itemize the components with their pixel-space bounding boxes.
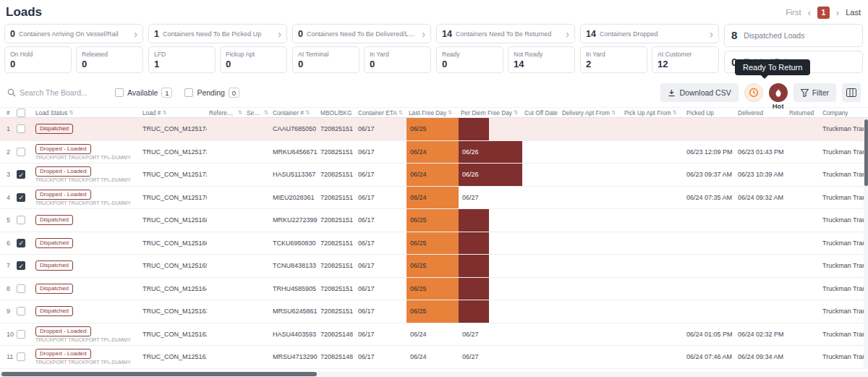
sort-icon[interactable]: ⇅ [611, 110, 616, 116]
column-header-lfd[interactable]: Last Free Day⇅ [407, 108, 459, 117]
subcard[interactable]: At Customer 12 [652, 46, 719, 73]
subcard[interactable]: In Yard 2 [580, 46, 647, 73]
row-checkbox[interactable] [17, 170, 25, 179]
per-diem-cell [459, 255, 522, 277]
dispatched-loads-card[interactable]: 8 Dispatched Loads [724, 24, 863, 47]
table-row-4[interactable]: 4Dropped - LoadedTRUCKPORT TRUCKPORT TPL… [0, 187, 868, 210]
summary-card-header[interactable]: 0 Containers Need To Be Delivered/Loaded [292, 24, 431, 43]
row-checkbox[interactable] [17, 261, 25, 270]
select-all-checkbox[interactable] [17, 109, 25, 117]
summary-card-header[interactable]: 14 Containers Dropped [580, 24, 719, 43]
table-row-3[interactable]: 3Dropped - LoadedTRUCKPORT TRUCKPORT TPL… [0, 164, 868, 187]
column-header-load[interactable]: Load #⇅ [140, 108, 207, 117]
download-csv-button[interactable]: Download CSV [660, 83, 738, 102]
pagination-last-link[interactable]: Last [846, 8, 861, 17]
column-header-seal[interactable]: Seal #⇅ [244, 108, 271, 117]
table-row-11[interactable]: 11Dropped - LoadedTRUCKPORT TRUCKPORT TP… [0, 346, 868, 369]
row-checkbox[interactable] [17, 330, 25, 339]
column-header-puapt[interactable]: Pick Up Apt From⇅ [622, 108, 684, 117]
load-number-cell[interactable]: TRUC_CON_M125166 [140, 232, 207, 255]
table-row-9[interactable]: 9DispatchedTRUC_CON_M125163MRSU624586172… [0, 300, 868, 323]
row-checkbox[interactable] [17, 307, 25, 315]
column-header-ref[interactable]: Reference #⇅ [207, 108, 244, 117]
pick-up-apt-from-cell [622, 232, 684, 255]
filter-button[interactable]: Filter [793, 83, 836, 102]
pending-checkbox[interactable] [184, 88, 193, 97]
sort-icon[interactable]: ⇅ [399, 110, 403, 116]
column-header-container[interactable]: Container #⇅ [271, 108, 318, 117]
last-free-day-cell: 06/25 [407, 278, 459, 300]
row-checkbox[interactable] [17, 239, 25, 247]
column-header-delapt[interactable]: Delivery Apt From⇅ [560, 108, 622, 117]
row-checkbox-cell [14, 141, 33, 164]
load-number-cell[interactable]: TRUC_CON_M125173 [140, 141, 207, 164]
load-number-cell[interactable]: TRUC_CON_M125168 [140, 209, 207, 232]
row-checkbox[interactable] [17, 352, 25, 361]
table-row-7[interactable]: 7DispatchedTRUC_CON_M125165TCNU843813372… [0, 255, 868, 278]
search-box[interactable] [7, 88, 103, 97]
ready-to-return-button[interactable] [744, 83, 763, 102]
sort-icon[interactable]: ⇅ [305, 110, 310, 116]
pagination-prev-icon[interactable]: ‹ [808, 7, 811, 18]
column-header-perdiem[interactable]: Per Diem Free Day⇅ [459, 108, 522, 117]
container-eta-cell: 06/17 [356, 187, 407, 209]
summary-card-header[interactable]: 1 Containers Need To Be Picked Up [148, 24, 287, 43]
summary-card-header[interactable]: 0 Containers Arriving On Vessel/Rail [4, 24, 143, 43]
table-row-6[interactable]: 6DispatchedTRUC_CON_M125166TCKU695083072… [0, 232, 868, 255]
column-header-eta[interactable]: Container ETA⇅ [356, 108, 407, 117]
subcard[interactable]: LFD 1 [148, 46, 216, 73]
table-row-8[interactable]: 8DispatchedTRUC_CON_M125164TRHU458590572… [0, 278, 868, 301]
hot-filter-button[interactable] [769, 83, 788, 102]
vertical-scrollbar[interactable] [864, 118, 868, 369]
load-number-cell[interactable]: TRUC_CON_M125163 [140, 300, 207, 323]
horizontal-scrollbar-thumb[interactable] [1, 372, 317, 376]
subcard[interactable]: At Terminal 0 [292, 46, 359, 73]
load-number-cell[interactable]: TRUC_CON_M125161 [140, 346, 207, 368]
vertical-scrollbar-thumb[interactable] [864, 119, 868, 186]
sort-icon[interactable]: ⇅ [514, 110, 518, 116]
sort-icon[interactable]: ⇅ [673, 110, 677, 116]
table-row-10[interactable]: 10Dropped - LoadedTRUCKPORT TRUCKPORT TP… [0, 323, 868, 347]
per-diem-cell [459, 118, 522, 140]
pagination-current-page[interactable]: 1 [817, 7, 830, 19]
summary-card-header[interactable]: 14 Containers Need To Be Returned [436, 24, 575, 43]
topbar: Loads First ‹ 1 › Last [0, 0, 868, 22]
load-number-cell[interactable]: TRUC_CON_M125162 [140, 323, 207, 346]
delivered-cell: 06/23 10:39 AM [736, 164, 787, 186]
load-number-cell[interactable]: TRUC_CON_M125165 [140, 255, 207, 277]
search-input[interactable] [20, 88, 98, 97]
row-checkbox[interactable] [17, 193, 25, 202]
sort-icon[interactable]: ⇅ [238, 110, 242, 116]
pagination-first-link[interactable]: First [786, 8, 801, 17]
load-number-cell[interactable]: TRUC_CON_M125164 [140, 278, 207, 300]
column-settings-button[interactable] [842, 83, 861, 102]
subcard[interactable]: Not Ready 14 [508, 46, 575, 73]
available-checkbox[interactable] [115, 88, 124, 97]
table-row-5[interactable]: 5DispatchedTRUC_CON_M125168MRKU227239972… [0, 209, 868, 232]
subcard[interactable]: On Hold 0 [4, 46, 72, 73]
sort-icon[interactable]: ⇅ [69, 110, 73, 116]
horizontal-scrollbar[interactable] [0, 371, 868, 377]
sort-icon[interactable]: ⇅ [448, 110, 452, 116]
container-eta-cell: 06/17 [356, 232, 407, 255]
row-checkbox[interactable] [17, 124, 25, 133]
table-row-1[interactable]: 1DispatchedTRUC_CON_M125174CAAU768505072… [0, 118, 868, 141]
dispatched-loads-label: Dispatched Loads [744, 31, 804, 40]
sort-icon[interactable]: ⇅ [264, 110, 268, 116]
column-header-status[interactable]: Load Status⇅ [33, 108, 140, 117]
pick-up-apt-from-cell [622, 300, 684, 323]
subcard[interactable]: In Yard 0 [364, 46, 431, 73]
subcard[interactable]: Pickup Apt 0 [220, 46, 287, 73]
row-checkbox[interactable] [17, 148, 25, 156]
load-number-cell[interactable]: TRUC_CON_M125174 [140, 118, 207, 140]
pagination-next-icon[interactable]: › [836, 7, 839, 18]
load-number-cell[interactable]: TRUC_CON_M125170 [140, 187, 207, 209]
load-number-cell[interactable]: TRUC_CON_M125172 [140, 164, 207, 186]
row-checkbox[interactable] [17, 284, 25, 293]
row-checkbox[interactable] [17, 216, 25, 224]
sort-icon[interactable]: ⇅ [162, 110, 166, 116]
subcard[interactable]: Ready 0 [436, 46, 503, 73]
subcard[interactable]: Released 0 [76, 46, 143, 73]
container-number-cell: HASU4403593 [271, 323, 318, 346]
table-row-2[interactable]: 2Dropped - LoadedTRUCKPORT TRUCKPORT TPL… [0, 141, 868, 164]
